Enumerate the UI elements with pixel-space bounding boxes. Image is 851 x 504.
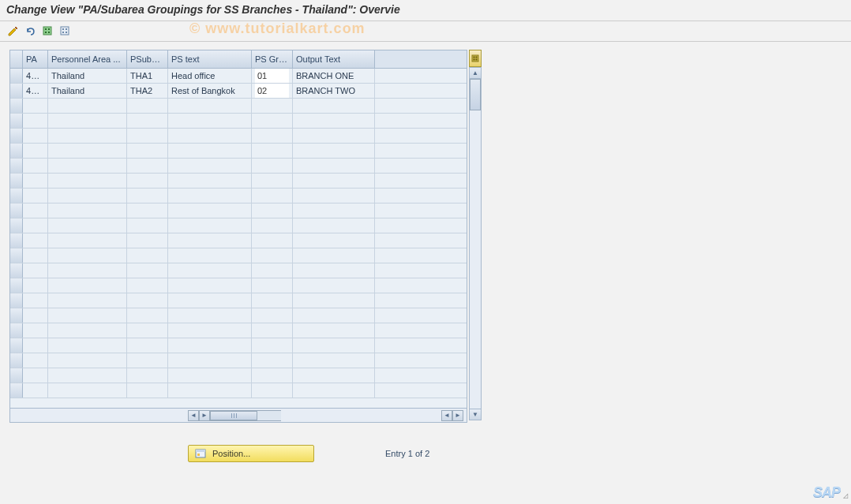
column-header-pa[interactable]: PA [23, 50, 48, 68]
input-ps_grp_ss[interactable] [255, 84, 289, 98]
row-selector[interactable] [10, 99, 23, 113]
row-selector[interactable] [10, 338, 23, 353]
row-selector[interactable] [10, 159, 23, 173]
hscroll-thumb[interactable] [210, 411, 257, 420]
cell-psubarea [127, 353, 168, 368]
hscroll-track[interactable] [210, 410, 281, 421]
table-settings-icon[interactable] [469, 50, 482, 67]
row-selector[interactable] [10, 69, 23, 83]
input-ps_grp_ss[interactable] [255, 323, 289, 338]
row-selector[interactable] [10, 308, 23, 323]
column-header-ps_grp_ss[interactable]: PS Grp SS [252, 50, 293, 68]
deselect-all-icon[interactable] [58, 24, 73, 37]
cell-personnel_area [48, 248, 127, 263]
vscroll-track[interactable] [470, 79, 481, 409]
cell-ps_text [168, 278, 252, 293]
row-selector[interactable] [10, 383, 23, 398]
input-ps_grp_ss[interactable] [255, 174, 289, 188]
cell-pa: 4400 [23, 69, 48, 83]
cell-ps_grp_ss [252, 323, 293, 338]
cell-pa [23, 293, 48, 308]
row-selector[interactable] [10, 203, 23, 218]
cell-psubarea [127, 338, 168, 353]
position-icon [195, 449, 206, 458]
cell-psubarea [127, 159, 168, 173]
column-header-output_text[interactable]: Output Text [293, 50, 375, 68]
undo-icon[interactable] [24, 24, 38, 37]
input-ps_grp_ss[interactable] [255, 383, 289, 398]
input-ps_grp_ss[interactable] [255, 218, 289, 233]
input-ps_grp_ss[interactable] [255, 99, 289, 113]
input-ps_grp_ss[interactable] [255, 144, 289, 158]
input-ps_grp_ss[interactable] [255, 114, 289, 128]
row-selector[interactable] [10, 278, 23, 293]
row-selector[interactable] [10, 129, 23, 143]
cell-ps_text [168, 114, 252, 128]
scroll-down-icon[interactable]: ▼ [470, 409, 481, 420]
row-selector[interactable] [10, 248, 23, 263]
table-row [10, 308, 467, 323]
row-selector[interactable] [10, 218, 23, 233]
cell-ps_text [168, 144, 252, 158]
scroll-up-icon[interactable]: ▲ [470, 68, 481, 79]
cell-personnel_area [48, 293, 127, 308]
cell-output_text: BRANCH ONE [293, 69, 375, 83]
column-header-personnel_area[interactable]: Personnel Area ... [48, 50, 127, 68]
select-all-icon[interactable] [41, 24, 55, 37]
cell-ps_text: Rest of Bangkok [168, 84, 252, 98]
row-selector[interactable] [10, 114, 23, 128]
row-selector[interactable] [10, 293, 23, 308]
cell-ps_grp_ss [252, 383, 293, 398]
input-ps_grp_ss[interactable] [255, 278, 289, 293]
input-ps_grp_ss[interactable] [255, 263, 289, 278]
input-ps_grp_ss[interactable] [255, 248, 289, 263]
row-selector[interactable] [10, 368, 23, 383]
vscroll-thumb[interactable] [470, 79, 481, 110]
edit-icon[interactable] [6, 24, 21, 37]
cell-personnel_area [48, 114, 127, 128]
row-selector[interactable] [10, 174, 23, 188]
cell-ps_grp_ss [252, 84, 293, 98]
scroll-right-icon[interactable]: ► [452, 410, 463, 421]
table-row [10, 144, 467, 159]
row-selector[interactable] [10, 353, 23, 368]
cell-psubarea [127, 323, 168, 338]
table-row [10, 129, 467, 144]
row-selector[interactable] [10, 263, 23, 278]
cell-ps_grp_ss [252, 308, 293, 323]
input-ps_grp_ss[interactable] [255, 159, 289, 173]
row-selector[interactable] [10, 323, 23, 338]
svg-rect-0 [43, 27, 51, 35]
column-header-psubarea[interactable]: PSubarea [127, 50, 168, 68]
cell-ps_grp_ss [252, 338, 293, 353]
scroll-right-icon[interactable]: ► [199, 410, 210, 421]
svg-rect-2 [48, 28, 50, 30]
cell-ps_grp_ss [252, 218, 293, 233]
column-header-ps_text[interactable]: PS text [168, 50, 252, 68]
row-selector[interactable] [10, 233, 23, 248]
table-row [10, 233, 467, 248]
row-selector[interactable] [10, 84, 23, 98]
input-ps_grp_ss[interactable] [255, 338, 289, 353]
row-selector[interactable] [10, 189, 23, 203]
input-ps_grp_ss[interactable] [255, 353, 289, 368]
input-ps_grp_ss[interactable] [255, 308, 289, 323]
scroll-left-icon[interactable]: ◄ [188, 410, 199, 421]
input-ps_grp_ss[interactable] [255, 189, 289, 203]
input-ps_grp_ss[interactable] [255, 203, 289, 218]
input-ps_grp_ss[interactable] [255, 293, 289, 308]
cell-ps_text [168, 263, 252, 278]
table-row [10, 353, 467, 368]
input-ps_grp_ss[interactable] [255, 129, 289, 143]
row-selector[interactable] [10, 144, 23, 158]
cell-ps_text [168, 338, 252, 353]
row-selector-header[interactable] [10, 50, 23, 68]
input-ps_grp_ss[interactable] [255, 368, 289, 383]
scroll-left-icon[interactable]: ◄ [441, 410, 452, 421]
position-button[interactable]: Position... [188, 445, 314, 462]
table-row [10, 218, 467, 233]
input-ps_grp_ss[interactable] [255, 69, 289, 83]
input-ps_grp_ss[interactable] [255, 233, 289, 248]
cell-personnel_area [48, 99, 127, 113]
cell-pa [23, 263, 48, 278]
